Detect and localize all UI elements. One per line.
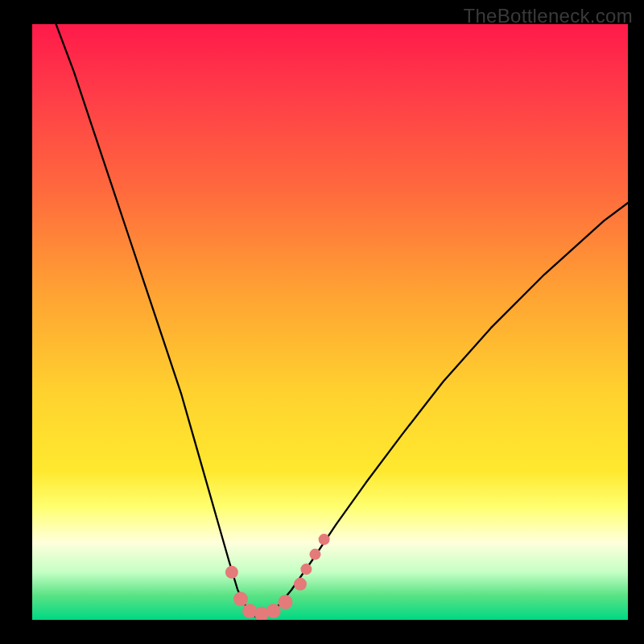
- chart-frame: TheBottleneck.com: [0, 0, 644, 644]
- curve-marker: [266, 604, 281, 618]
- curve-marker: [294, 578, 307, 591]
- curve-marker: [225, 566, 238, 579]
- curve-marker: [300, 564, 312, 575]
- bottleneck-curve-svg: [32, 24, 628, 620]
- curve-marker: [279, 595, 293, 609]
- plot-area: [32, 24, 628, 620]
- watermark-text: TheBottleneck.com: [463, 5, 633, 27]
- curve-marker: [233, 592, 248, 606]
- curve-marker: [319, 534, 330, 545]
- curve-line: [56, 24, 628, 617]
- curve-marker: [310, 549, 321, 560]
